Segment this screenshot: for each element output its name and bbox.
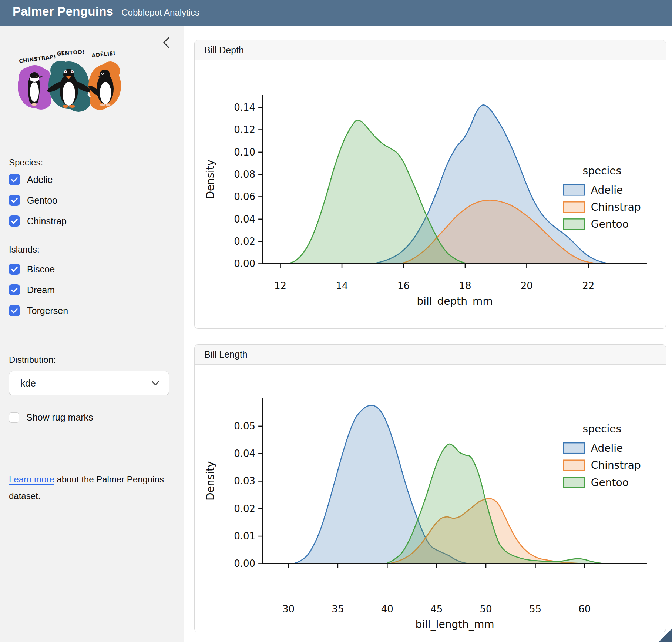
x-tick-label: 30 (282, 603, 295, 615)
x-tick-label: 14 (336, 280, 348, 291)
y-tick-label: 0.00 (234, 558, 255, 569)
app-header: Palmer Penguins Cobblepot Analytics (0, 0, 672, 26)
show-rug-marks-checkbox[interactable]: Show rug marks (9, 412, 93, 423)
learn-more-link[interactable]: Learn more (9, 474, 54, 484)
x-tick-label: 18 (459, 280, 471, 291)
x-axis-label: bill_length_mm (416, 618, 494, 631)
check-icon (11, 308, 18, 314)
legend-swatch-chinstrap (564, 202, 584, 212)
penguins-artwork: CHINSTRAP! GENTOO! ADÉLIE! (13, 45, 124, 119)
distribution-group-label: Distribution: (9, 355, 56, 365)
checkbox-label: Gentoo (27, 195, 57, 206)
adelie-art-label: ADÉLIE! (91, 50, 116, 58)
x-tick-label: 16 (397, 280, 410, 291)
sidebar-collapse-button[interactable] (159, 35, 173, 51)
legend-title: species (583, 165, 622, 177)
check-icon (11, 198, 18, 203)
y-tick-label: 0.04 (234, 448, 255, 459)
y-tick-label: 0.01 (234, 531, 255, 542)
checkbox-checked[interactable] (9, 215, 20, 227)
x-tick-label: 55 (529, 603, 541, 615)
chevron-left-icon (161, 36, 171, 49)
app-subtitle: Cobblepot Analytics (121, 7, 199, 18)
x-tick-label: 45 (430, 603, 443, 615)
legend-label: Adelie (591, 442, 623, 454)
distribution-select[interactable]: kde (9, 371, 169, 395)
y-tick-label: 0.04 (234, 214, 255, 225)
y-tick-label: 0.06 (234, 191, 255, 202)
checkbox-checked[interactable] (9, 195, 20, 206)
checkbox-label: Dream (27, 285, 55, 295)
bill-length-card: Bill Length 303540455055600.000.010.020.… (194, 344, 666, 632)
islands-group-label: Islands: (9, 244, 40, 255)
checkbox-checked[interactable] (9, 284, 20, 295)
legend-label: Gentoo (591, 218, 629, 230)
app-title: Palmer Penguins (13, 4, 113, 19)
checkbox-label: Chinstrap (27, 216, 67, 227)
checkbox-label: Adelie (27, 174, 53, 185)
x-tick-label: 50 (480, 603, 492, 615)
y-axis-label: Density (204, 461, 216, 501)
legend-title: species (583, 423, 622, 435)
legend-label: Gentoo (591, 477, 629, 489)
island-option-biscoe[interactable]: Biscoe (9, 264, 55, 275)
sidebar: CHINSTRAP! GENTOO! ADÉLIE! Species: Adel… (0, 26, 184, 642)
bill-length-card-header: Bill Length (195, 345, 666, 365)
species-group-label: Species: (9, 157, 43, 168)
checkbox-checked[interactable] (9, 305, 20, 316)
x-tick-label: 12 (274, 280, 286, 291)
check-icon (11, 218, 18, 224)
legend-swatch-chinstrap (564, 460, 584, 471)
checkbox-unchecked[interactable] (9, 412, 19, 423)
island-option-dream[interactable]: Dream (9, 284, 55, 295)
x-tick-label: 40 (381, 603, 393, 615)
species-option-gentoo[interactable]: Gentoo (9, 195, 57, 206)
legend-label: Chinstrap (591, 459, 641, 471)
y-tick-label: 0.05 (234, 421, 255, 432)
island-option-torgersen[interactable]: Torgersen (9, 305, 68, 316)
bill-depth-card-header: Bill Depth (195, 40, 666, 60)
y-tick-label: 0.10 (234, 147, 255, 158)
y-tick-label: 0.03 (234, 475, 255, 486)
bill-depth-plot: 1214161820220.000.020.040.060.080.100.12… (197, 61, 663, 321)
chevron-down-icon (152, 381, 159, 386)
bill-length-card-body: 303540455055600.000.010.020.030.040.05bi… (195, 365, 666, 632)
learn-more-text: Learn more about the Palmer Penguins dat… (9, 471, 170, 504)
main-content: Bill Depth 1214161820220.000.020.040.060… (184, 26, 672, 642)
species-option-chinstrap[interactable]: Chinstrap (9, 215, 67, 227)
x-tick-label: 22 (582, 280, 594, 291)
x-tick-label: 60 (578, 603, 591, 615)
bill-depth-card: Bill Depth 1214161820220.000.020.040.060… (194, 40, 666, 329)
check-icon (11, 267, 18, 272)
card-title: Bill Length (204, 349, 248, 360)
y-tick-label: 0.12 (234, 124, 255, 135)
chinstrap-art-label: CHINSTRAP! (19, 54, 56, 64)
bill-depth-card-body: 1214161820220.000.020.040.060.080.100.12… (195, 60, 666, 321)
y-axis-label: Density (204, 160, 216, 199)
legend-swatch-adelie (564, 443, 584, 453)
legend-label: Adelie (591, 184, 623, 196)
legend-swatch-gentoo (564, 219, 584, 229)
legend-label: Chinstrap (591, 201, 641, 213)
y-tick-label: 0.02 (234, 236, 255, 247)
y-tick-label: 0.00 (234, 258, 255, 269)
x-tick-label: 35 (332, 603, 344, 615)
y-tick-label: 0.08 (234, 169, 255, 180)
checkbox-checked[interactable] (9, 174, 20, 185)
checkbox-label: Biscoe (27, 264, 55, 275)
check-icon (11, 177, 18, 183)
bill-length-plot: 303540455055600.000.010.020.030.040.05bi… (197, 365, 663, 632)
species-option-adelie[interactable]: Adelie (9, 174, 53, 185)
checkbox-label: Show rug marks (26, 412, 93, 423)
legend-swatch-gentoo (564, 477, 584, 488)
distribution-selected-value: kde (20, 378, 36, 389)
gentoo-art-label: GENTOO! (57, 49, 85, 57)
checkbox-checked[interactable] (9, 264, 20, 275)
check-icon (11, 287, 18, 293)
corner-widget (659, 629, 672, 642)
legend-swatch-adelie (564, 185, 584, 195)
x-axis-label: bill_depth_mm (417, 295, 493, 307)
y-tick-label: 0.02 (234, 503, 255, 514)
x-tick-label: 20 (521, 280, 533, 291)
card-title: Bill Depth (204, 45, 244, 56)
